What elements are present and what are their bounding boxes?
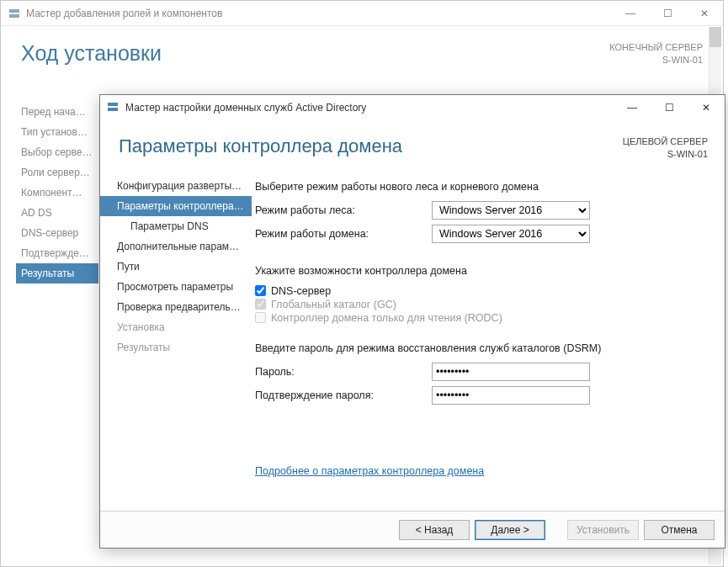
svg-rect-0 bbox=[9, 9, 19, 13]
front-main-panel: Выберите режим работы нового леса и корн… bbox=[252, 171, 725, 511]
back-maximize-button[interactable]: ☐ bbox=[649, 1, 686, 26]
front-sidebar-item[interactable]: Параметры DNS bbox=[100, 216, 252, 236]
rodc-checkbox-row: Контроллер домена только для чтения (ROD… bbox=[255, 312, 708, 324]
svg-rect-3 bbox=[108, 108, 118, 111]
svg-rect-1 bbox=[9, 14, 19, 18]
scrollbar-thumb[interactable] bbox=[709, 27, 721, 47]
front-sidebar-item: Результаты bbox=[100, 337, 252, 358]
global-catalog-checkbox-label: Глобальный каталог (GC) bbox=[271, 299, 396, 310]
global-catalog-checkbox-row: Глобальный каталог (GC) bbox=[255, 299, 708, 310]
back-sidebar-item[interactable]: Подтвержде… bbox=[16, 243, 98, 263]
ad-ds-config-wizard-window: Мастер настройки доменных служб Active D… bbox=[99, 94, 725, 548]
forest-level-label: Режим работы леса: bbox=[255, 204, 432, 216]
back-target-server: КОНЕЧНЫЙ СЕРВЕР S-WIN-01 bbox=[609, 41, 703, 66]
back-minimize-button[interactable]: — bbox=[612, 1, 649, 26]
cancel-button[interactable]: Отмена bbox=[644, 520, 715, 540]
svg-rect-2 bbox=[108, 103, 118, 106]
rodc-checkbox-label: Контроллер домена только для чтения (ROD… bbox=[271, 312, 502, 324]
back-sidebar-item[interactable]: DNS-сервер bbox=[16, 223, 98, 243]
dsrm-password-input[interactable] bbox=[432, 363, 590, 381]
front-target-server: ЦЕЛЕВОЙ СЕРВЕР S-WIN-01 bbox=[623, 135, 708, 161]
back-titlebar: Мастер добавления ролей и компонентов — … bbox=[1, 1, 723, 26]
functional-level-intro: Выберите режим работы нового леса и корн… bbox=[255, 181, 708, 193]
server-manager-icon bbox=[8, 7, 21, 20]
front-sidebar-item[interactable]: Пути bbox=[100, 257, 252, 277]
front-sidebar-item: Установка bbox=[100, 317, 252, 337]
back-sidebar: Перед нача…Тип установ…Выбор серве…Роли … bbox=[16, 102, 98, 284]
back-window-title: Мастер добавления ролей и компонентов bbox=[26, 8, 222, 19]
back-sidebar-item[interactable]: Тип установ… bbox=[16, 122, 98, 142]
front-sidebar-item[interactable]: Конфигурация разверты… bbox=[100, 176, 252, 196]
password-label: Пароль: bbox=[255, 366, 432, 378]
front-sidebar-item[interactable]: Параметры контроллера… bbox=[100, 196, 252, 216]
dns-server-checkbox[interactable] bbox=[255, 285, 266, 296]
install-button: Установить bbox=[567, 520, 639, 540]
global-catalog-checkbox bbox=[255, 299, 266, 310]
front-maximize-button[interactable]: ☐ bbox=[651, 95, 688, 120]
back-button[interactable]: < Назад bbox=[399, 520, 470, 540]
rodc-checkbox bbox=[255, 312, 266, 323]
front-close-button[interactable]: ✕ bbox=[688, 95, 725, 120]
front-sidebar-item[interactable]: Дополнительные парам… bbox=[100, 236, 252, 257]
front-sidebar: Конфигурация разверты…Параметры контролл… bbox=[100, 171, 252, 511]
back-page-title: Ход установки bbox=[21, 41, 162, 66]
dsrm-intro: Введите пароль для режима восстановления… bbox=[255, 342, 708, 354]
back-sidebar-item[interactable]: AD DS bbox=[16, 203, 98, 223]
forest-level-select[interactable]: Windows Server 2016 bbox=[432, 201, 590, 220]
dc-capabilities-label: Укажите возможности контроллера домена bbox=[255, 265, 708, 277]
front-minimize-button[interactable]: — bbox=[614, 95, 651, 120]
back-sidebar-item[interactable]: Компонент… bbox=[16, 183, 98, 203]
front-sidebar-item[interactable]: Проверка предваритель… bbox=[100, 297, 252, 317]
more-about-dc-options-link[interactable]: Подробнее о параметрах контроллера домен… bbox=[255, 465, 484, 477]
front-titlebar: Мастер настройки доменных служб Active D… bbox=[100, 95, 725, 120]
domain-level-select[interactable]: Windows Server 2016 bbox=[432, 225, 590, 243]
dsrm-password-confirm-input[interactable] bbox=[432, 386, 590, 405]
dns-server-checkbox-label: DNS-сервер bbox=[271, 285, 331, 297]
front-window-title: Мастер настройки доменных служб Active D… bbox=[125, 102, 366, 114]
back-sidebar-item[interactable]: Выбор серве… bbox=[16, 142, 98, 162]
front-page-title: Параметры контроллера домена bbox=[119, 135, 402, 157]
dns-server-checkbox-row[interactable]: DNS-сервер bbox=[255, 285, 708, 297]
server-manager-icon bbox=[107, 101, 120, 114]
front-sidebar-item[interactable]: Просмотреть параметры bbox=[100, 277, 252, 297]
wizard-button-bar: < Назад Далее > Установить Отмена bbox=[100, 511, 725, 548]
back-sidebar-item[interactable]: Перед нача… bbox=[16, 102, 98, 122]
password-confirm-label: Подтверждение пароля: bbox=[255, 389, 432, 401]
back-sidebar-item[interactable]: Результаты bbox=[16, 263, 98, 284]
next-button[interactable]: Далее > bbox=[475, 520, 545, 540]
back-close-button[interactable]: ✕ bbox=[686, 1, 723, 26]
back-sidebar-item[interactable]: Роли сервер… bbox=[16, 162, 98, 183]
domain-level-label: Режим работы домена: bbox=[255, 228, 432, 240]
